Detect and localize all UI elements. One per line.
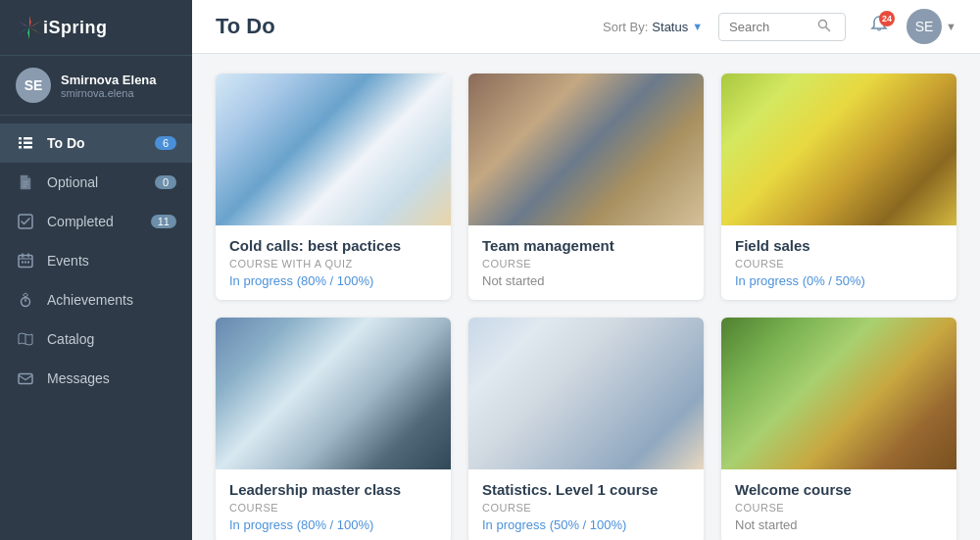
course-type: COURSE xyxy=(482,258,690,270)
search-box[interactable] xyxy=(718,13,846,41)
sidebar-item-catalog[interactable]: Catalog xyxy=(0,319,192,359)
course-image xyxy=(721,74,956,225)
course-title: Leadership master class xyxy=(229,481,437,498)
course-title: Statistics. Level 1 course xyxy=(482,481,690,498)
sort-value: Status xyxy=(652,20,688,34)
svg-rect-2 xyxy=(19,142,22,145)
optional-badge: 0 xyxy=(155,175,176,189)
sidebar-completed-label: Completed xyxy=(47,214,151,229)
list-icon xyxy=(16,133,35,153)
sidebar-user: SE Smirnova Elena smirnova.elena xyxy=(0,56,192,116)
course-type: COURSE xyxy=(735,258,943,270)
sidebar-messages-label: Messages xyxy=(47,370,176,386)
svg-rect-1 xyxy=(24,137,32,140)
svg-rect-7 xyxy=(23,184,28,185)
course-status: In progress (80% / 100%) xyxy=(229,517,437,532)
avatar: SE xyxy=(16,68,51,103)
course-card-c6[interactable]: Welcome courseCOURSENot started xyxy=(721,318,956,540)
course-status: In progress (80% / 100%) xyxy=(229,273,437,288)
svg-rect-4 xyxy=(19,146,22,149)
sidebar-achievements-label: Achievements xyxy=(47,292,176,308)
sidebar-item-events[interactable]: 15 Events xyxy=(0,241,192,280)
course-card-c3[interactable]: Field salesCOURSEIn progress (0% / 50%) xyxy=(721,74,956,300)
course-title: Welcome course xyxy=(735,481,943,498)
course-title: Team management xyxy=(482,237,690,254)
sidebar-item-todo[interactable]: To Do 6 xyxy=(0,123,192,163)
course-status: In progress (50% / 100%) xyxy=(482,517,690,532)
user-name: Smirnova Elena xyxy=(61,73,157,87)
course-grid: Cold calls: best pacticesCOURSE WITH A Q… xyxy=(216,74,956,540)
course-type: COURSE WITH A QUIZ xyxy=(229,258,437,270)
todo-badge: 6 xyxy=(155,136,176,150)
calendar-icon: 15 xyxy=(16,251,35,270)
course-image xyxy=(216,318,451,469)
profile-button[interactable]: SE xyxy=(906,9,942,44)
medal-icon xyxy=(16,290,35,310)
svg-rect-8 xyxy=(23,186,26,187)
user-login: smirnova.elena xyxy=(61,87,157,99)
svg-rect-0 xyxy=(19,137,22,140)
main-content: To Do Sort By: Status ▼ 24 xyxy=(192,0,980,540)
sidebar-item-messages[interactable]: Messages xyxy=(0,359,192,398)
svg-rect-11 xyxy=(22,262,24,264)
course-card-c2[interactable]: Team managementCOURSENot started xyxy=(468,74,704,300)
sidebar-item-completed[interactable]: Completed 11 xyxy=(0,202,192,241)
catalog-icon xyxy=(16,329,35,349)
svg-rect-13 xyxy=(27,262,29,264)
mail-icon xyxy=(16,368,35,388)
sort-by[interactable]: Sort By: Status ▼ xyxy=(603,20,703,34)
sidebar-item-achievements[interactable]: Achievements xyxy=(0,280,192,319)
course-card-c4[interactable]: Leadership master classCOURSEIn progress… xyxy=(216,318,451,540)
chevron-down-icon: ▼ xyxy=(692,21,703,32)
sidebar-events-label: Events xyxy=(47,253,176,269)
notifications-button[interactable]: 24 xyxy=(861,9,897,44)
svg-rect-12 xyxy=(24,262,26,264)
course-title: Cold calls: best pactices xyxy=(229,237,437,254)
course-type: COURSE xyxy=(229,502,437,514)
course-image xyxy=(468,318,704,469)
course-image xyxy=(721,318,956,469)
course-status: In progress (0% / 50%) xyxy=(735,273,943,288)
logo-text: iSpring xyxy=(43,18,108,38)
course-image xyxy=(468,74,704,225)
topbar: To Do Sort By: Status ▼ 24 xyxy=(192,0,980,54)
content-area: Cold calls: best pacticesCOURSE WITH A Q… xyxy=(192,54,980,540)
svg-rect-16 xyxy=(19,374,32,384)
course-image xyxy=(216,74,451,225)
profile-chevron-icon[interactable]: ▼ xyxy=(946,21,956,32)
doc-icon xyxy=(16,172,35,192)
sort-label: Sort By: xyxy=(603,20,648,34)
ispring-logo-icon xyxy=(16,14,43,41)
course-status: Not started xyxy=(735,517,943,532)
course-title: Field sales xyxy=(735,237,943,254)
sidebar-todo-label: To Do xyxy=(47,135,155,151)
sidebar: iSpring SE Smirnova Elena smirnova.elena xyxy=(0,0,192,540)
completed-badge: 11 xyxy=(151,215,176,228)
sidebar-navigation: To Do 6 Optional 0 xyxy=(0,116,192,540)
svg-rect-6 xyxy=(23,181,28,182)
svg-text:15: 15 xyxy=(21,255,25,260)
search-input[interactable] xyxy=(729,20,817,34)
course-type: COURSE xyxy=(482,502,690,514)
course-status: Not started xyxy=(482,273,690,288)
course-card-c1[interactable]: Cold calls: best pacticesCOURSE WITH A Q… xyxy=(216,74,451,300)
sidebar-catalog-label: Catalog xyxy=(47,331,176,347)
notification-badge: 24 xyxy=(879,11,895,26)
svg-rect-3 xyxy=(24,142,32,145)
page-title: To Do xyxy=(216,14,603,39)
sidebar-item-optional[interactable]: Optional 0 xyxy=(0,163,192,202)
course-type: COURSE xyxy=(735,502,943,514)
check-icon xyxy=(16,212,35,231)
sidebar-optional-label: Optional xyxy=(47,174,155,190)
search-icon[interactable] xyxy=(817,19,831,35)
course-card-c5[interactable]: Statistics. Level 1 courseCOURSEIn progr… xyxy=(468,318,704,540)
sidebar-logo: iSpring xyxy=(0,0,192,56)
svg-rect-5 xyxy=(24,146,32,149)
